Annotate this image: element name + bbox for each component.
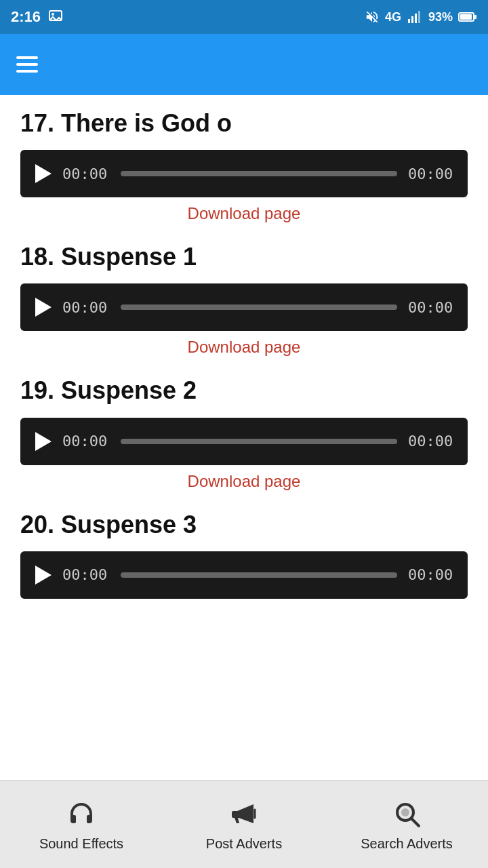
svg-line-10 — [411, 818, 419, 826]
track-20-time-start: 00:00 — [62, 566, 110, 583]
battery-percent: 93% — [428, 10, 453, 24]
track-19-time-start: 00:00 — [62, 433, 110, 450]
nav-post-adverts[interactable]: Post Adverts — [163, 797, 325, 852]
search-icon — [390, 797, 424, 831]
track-17-play-button[interactable] — [35, 164, 52, 183]
main-content: 17. There is God o 00:00 00:00 Download … — [0, 95, 488, 701]
menu-button[interactable] — [16, 56, 38, 73]
app-bar — [0, 34, 488, 95]
track-17-download[interactable]: Download page — [20, 204, 468, 223]
track-18-progress-bar[interactable] — [121, 304, 397, 310]
track-17-progress-bar[interactable] — [121, 171, 397, 176]
nav-search-adverts-label: Search Adverts — [361, 836, 453, 852]
mute-icon — [365, 9, 380, 24]
status-time: 2:16 — [11, 8, 41, 26]
track-18: 18. Suspense 1 00:00 00:00 Download page — [20, 242, 468, 357]
svg-point-11 — [401, 808, 409, 816]
status-left: 2:16 — [11, 8, 64, 26]
track-18-time-start: 00:00 — [62, 299, 110, 316]
track-20-time-end: 00:00 — [408, 566, 455, 583]
track-19: 19. Suspense 2 00:00 00:00 Download page — [20, 376, 468, 490]
track-18-player[interactable]: 00:00 00:00 — [20, 283, 468, 331]
svg-point-1 — [52, 13, 54, 16]
svg-rect-7 — [460, 14, 472, 20]
track-17-time-start: 00:00 — [62, 165, 110, 182]
track-18-download-link[interactable]: Download page — [188, 338, 301, 356]
headphones-icon — [64, 797, 98, 831]
hamburger-line-2 — [16, 63, 38, 66]
track-20-title: 20. Suspense 3 — [20, 510, 468, 539]
track-17: 17. There is God o 00:00 00:00 Download … — [20, 108, 468, 223]
nav-sound-effects[interactable]: Sound Effects — [0, 797, 163, 852]
hamburger-line-3 — [16, 70, 38, 73]
signal-icon — [407, 9, 423, 25]
status-bar: 2:16 4G 93% — [0, 0, 488, 34]
track-17-title: 17. There is God o — [20, 108, 468, 138]
svg-rect-2 — [408, 19, 410, 23]
track-19-download[interactable]: Download page — [20, 472, 468, 491]
svg-rect-5 — [418, 11, 420, 23]
track-18-time-end: 00:00 — [408, 299, 455, 316]
svg-rect-8 — [474, 15, 476, 19]
nav-search-adverts[interactable]: Search Adverts — [325, 797, 488, 852]
track-19-progress-bar[interactable] — [121, 439, 397, 444]
track-19-time-end: 00:00 — [408, 433, 455, 450]
track-19-download-link[interactable]: Download page — [188, 472, 301, 490]
svg-rect-3 — [411, 16, 413, 23]
megaphone-icon — [227, 797, 261, 831]
track-17-download-link[interactable]: Download page — [188, 204, 301, 222]
nav-sound-effects-label: Sound Effects — [39, 836, 123, 852]
track-20-player[interactable]: 00:00 00:00 — [20, 551, 468, 599]
track-17-time-end: 00:00 — [408, 165, 455, 182]
track-19-title: 19. Suspense 2 — [20, 376, 468, 405]
status-right: 4G 93% — [365, 9, 477, 25]
track-19-play-button[interactable] — [35, 432, 52, 451]
track-18-play-button[interactable] — [35, 298, 52, 317]
network-4g: 4G — [385, 10, 401, 24]
hamburger-line-1 — [16, 56, 38, 59]
track-20-play-button[interactable] — [35, 566, 52, 585]
track-17-player[interactable]: 00:00 00:00 — [20, 150, 468, 197]
track-19-player[interactable]: 00:00 00:00 — [20, 418, 468, 465]
battery-icon — [458, 12, 477, 22]
track-18-download[interactable]: Download page — [20, 338, 468, 357]
svg-rect-4 — [415, 14, 417, 23]
image-icon — [47, 9, 64, 25]
track-20: 20. Suspense 3 00:00 00:00 — [20, 510, 468, 599]
track-18-title: 18. Suspense 1 — [20, 242, 468, 271]
nav-post-adverts-label: Post Adverts — [206, 836, 282, 852]
bottom-nav: Sound Effects Post Adverts Search Advert… — [0, 780, 488, 868]
track-20-progress-bar[interactable] — [121, 572, 397, 578]
